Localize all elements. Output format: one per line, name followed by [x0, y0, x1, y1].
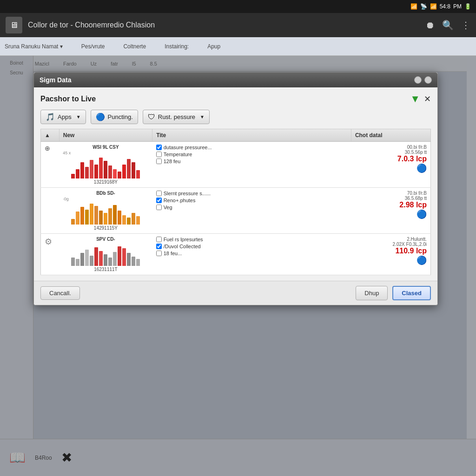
- option-checkbox-0[interactable]: [156, 237, 162, 242]
- option-checkbox-0[interactable]: [156, 145, 162, 150]
- rustpessure-icon: 🛡: [148, 113, 155, 121]
- main-value: 7.0.3 lcp: [355, 155, 427, 163]
- option-row: 128 feu: [156, 159, 348, 164]
- bar: [99, 158, 103, 178]
- option-label: dutasure pressuree...: [164, 145, 212, 150]
- app-icon: 🖥: [6, 17, 22, 33]
- col-sort-header[interactable]: ▲: [41, 129, 60, 142]
- apps-button[interactable]: 🎵 Apps ▼: [40, 110, 86, 124]
- main-value: 2.98 lcp: [355, 201, 427, 209]
- dialog-header-actions: ▼ ✕: [410, 93, 431, 105]
- dialog-win-buttons: [414, 76, 432, 84]
- row-sort-cell: [41, 188, 60, 234]
- bar: [99, 251, 103, 266]
- row-options-cell: Fuel rs lpresurtes/Duvol Collected18 feu…: [152, 234, 351, 275]
- mini-chart: WSI 9L CSY45 x13219168Y: [63, 145, 148, 185]
- apps-label: Apps: [58, 113, 72, 120]
- record-button[interactable]: ⏺: [425, 20, 435, 31]
- option-row: Slernt pressure s......: [156, 191, 348, 196]
- option-checkbox-2[interactable]: [156, 251, 162, 256]
- option-row: Fuel rs lpresurtes: [156, 237, 348, 242]
- wifi-icon: 📶: [410, 3, 417, 10]
- period-display: PM: [453, 3, 462, 10]
- bar: [104, 213, 107, 225]
- bar: [136, 216, 140, 225]
- bar-chart: [71, 201, 140, 225]
- bar: [113, 169, 117, 178]
- bar: [122, 165, 126, 178]
- bar: [113, 252, 117, 266]
- option-checkbox-2[interactable]: [156, 159, 162, 164]
- row-sort-cell: ⚙: [41, 234, 60, 275]
- option-label: Slernt pressure s......: [164, 191, 211, 196]
- dialog-footer: Cancall. Dhup Clased: [34, 281, 437, 305]
- main-value: 110.9 lcp: [355, 247, 427, 255]
- bar: [127, 218, 131, 225]
- option-checkbox-1[interactable]: [156, 198, 162, 203]
- dialog-close-btn[interactable]: [424, 76, 432, 84]
- apps-icon: 🎵: [46, 112, 55, 121]
- col-chot-header[interactable]: Chot datal: [351, 129, 430, 142]
- dhup-button[interactable]: Dhup: [356, 286, 388, 300]
- bar: [136, 170, 140, 178]
- dialog-header-row: Pacshor to Live ▼ ✕: [40, 93, 431, 105]
- bar: [80, 207, 84, 225]
- chart-label: SPV CD-: [96, 237, 115, 242]
- closed-button[interactable]: Clased: [392, 286, 431, 300]
- option-checkbox-2[interactable]: [156, 205, 162, 210]
- table-row: ⚙SPV CD-16231111TFuel rs lpresurtes/Duvo…: [41, 234, 431, 275]
- dialog-body: Pacshor to Live ▼ ✕ 🎵 Apps ▼ 🔵 Puncting.…: [34, 87, 437, 281]
- sub-value: 30.5.56p tt: [355, 150, 427, 155]
- option-label: Fuel rs lpresurtes: [164, 237, 203, 242]
- bar: [136, 259, 140, 266]
- col-new-header[interactable]: New: [59, 129, 152, 142]
- chart-id: 14291115Y: [94, 225, 118, 231]
- row-options-cell: dutasure pressuree...Temperature128 feu: [152, 142, 351, 188]
- sub-value: 00.bi f/r.B: [355, 145, 427, 150]
- row-value-cell: 70.bi f/r.B36.5.68p tt2.98 lcp🔵: [351, 188, 430, 234]
- option-label: Reno+.phutes: [164, 198, 196, 203]
- menu-button[interactable]: ⋮: [461, 20, 470, 31]
- bar: [90, 256, 93, 266]
- footer-right: Dhup Clased: [356, 286, 431, 300]
- search-button[interactable]: 🔍: [442, 20, 454, 31]
- option-row: Temperature: [156, 152, 348, 157]
- sub-value: 2.02X F0.3L,2.0i: [355, 242, 427, 247]
- cancel-button[interactable]: Cancall.: [40, 286, 80, 300]
- gear-icon: ⚙: [45, 237, 52, 246]
- close-icon[interactable]: ✕: [424, 94, 431, 104]
- mini-chart: BDb SD-·0g14291115Y: [63, 191, 148, 231]
- col-tite-header[interactable]: Tite: [152, 129, 351, 142]
- bg-nav-col4: Instairing:: [165, 43, 189, 50]
- dialog-minimize-btn[interactable]: [414, 76, 422, 84]
- option-checkbox-1[interactable]: [156, 244, 162, 249]
- time-display: 54:8: [440, 3, 450, 10]
- toolbar-icons: ⏺ 🔍 ⋮: [425, 20, 470, 31]
- bar: [71, 219, 75, 225]
- row-options-cell: Slernt pressure s......Reno+.phutesVeg: [152, 188, 351, 234]
- row-sort-cell: ⊕: [41, 142, 60, 188]
- bar: [76, 259, 79, 266]
- app-bar: 🖥 Collor de tor - Choonemredio Chlasion …: [0, 13, 476, 37]
- wifi2-icon: 📶: [430, 3, 437, 10]
- app-title: Collor de tor - Choonemredio Chlasion: [28, 21, 420, 29]
- bar: [80, 162, 84, 178]
- option-checkbox-0[interactable]: [156, 191, 162, 196]
- bar: [108, 165, 112, 178]
- bar: [94, 206, 98, 225]
- puncting-label: Puncting.: [108, 113, 133, 120]
- row-chart-cell: WSI 9L CSY45 x13219168Y: [59, 142, 152, 188]
- puncting-button[interactable]: 🔵 Puncting.: [91, 110, 138, 124]
- rustpessure-button[interactable]: 🛡 Rust. pessure ▼: [143, 110, 210, 124]
- footer-left: Cancall.: [40, 286, 80, 300]
- row-value-cell: 2.Huluntt.2.02X F0.3L,2.0i110.9 lcp🔵: [351, 234, 430, 275]
- cylinder-icon: 🔵: [355, 163, 427, 173]
- bg-nav-col1: Sruna Ranuku Namat ▾: [5, 43, 63, 50]
- bar: [132, 213, 135, 225]
- option-checkbox-1[interactable]: [156, 152, 162, 157]
- download-icon[interactable]: ▼: [410, 93, 420, 105]
- sub-value: 2.Huluntt.: [355, 237, 427, 242]
- bar: [108, 208, 112, 225]
- bar: [113, 205, 117, 225]
- sub-value: 36.5.68p tt: [355, 196, 427, 201]
